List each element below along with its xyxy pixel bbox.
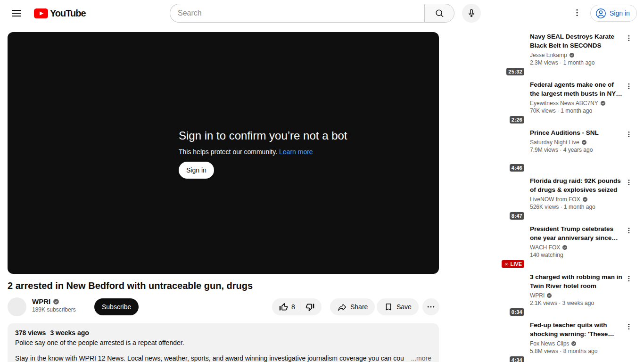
share-button[interactable]: Share <box>330 298 375 315</box>
dislike-button[interactable] <box>300 298 322 315</box>
search-icon <box>434 8 445 18</box>
video-thumbnail[interactable]: 25:32 <box>502 32 524 76</box>
video-thumbnail[interactable]: LIVE <box>502 224 524 269</box>
related-video-title[interactable]: Navy SEAL Destroys Karate Black Belt In … <box>530 32 624 50</box>
related-video-item[interactable]: 0:34 3 charged with robbing man in Twin … <box>502 272 633 317</box>
verified-badge-icon <box>569 52 575 58</box>
subscribe-button[interactable]: Subscribe <box>94 298 139 315</box>
video-thumbnail[interactable]: 8:47 <box>502 176 524 221</box>
video-kebab-button[interactable] <box>624 321 634 333</box>
video-thumbnail[interactable]: 0:34 <box>502 272 524 317</box>
live-antenna-icon <box>504 262 509 267</box>
related-videos-list: 25:32 Navy SEAL Destroys Karate Black Be… <box>502 32 633 362</box>
related-video-item[interactable]: 2:26 Federal agents make one of the larg… <box>502 80 633 124</box>
video-kebab-button[interactable] <box>624 273 634 285</box>
description-box[interactable]: 378 views 3 weeks ago Police say one of … <box>8 323 439 362</box>
video-kebab-button[interactable] <box>624 81 634 92</box>
channel-info[interactable]: WPRI 189K subscribers <box>32 297 76 313</box>
save-label: Save <box>396 303 412 311</box>
related-channel-name[interactable]: Jesse Enkamp <box>530 52 567 58</box>
related-channel-name[interactable]: Saturday Night Live <box>530 139 579 146</box>
verified-badge-icon <box>582 197 588 202</box>
related-channel-name[interactable]: Fox News Clips <box>530 340 569 347</box>
like-dislike-group: 8 <box>272 298 322 315</box>
sign-in-label: Sign in <box>610 9 630 17</box>
learn-more-link[interactable]: Learn more <box>279 148 313 156</box>
kebab-icon <box>625 322 633 331</box>
subscriber-count: 189K subscribers <box>32 306 76 313</box>
person-icon <box>595 8 606 19</box>
video-kebab-button[interactable] <box>624 177 634 189</box>
video-thumbnail[interactable]: 4:34 <box>502 321 524 362</box>
video-thumbnail[interactable]: 4:46 <box>502 128 524 173</box>
related-video-title[interactable]: Prince Auditions - SNL <box>530 128 624 137</box>
description-long-text: Stay in the know with WPRI 12 News. Loca… <box>15 354 404 362</box>
live-badge: LIVE <box>502 260 524 268</box>
player-sign-in-button[interactable]: Sign in <box>179 162 214 179</box>
save-button[interactable]: Save <box>377 298 419 315</box>
duration-badge: 2:26 <box>510 116 524 123</box>
related-video-item[interactable]: 4:46 Prince Auditions - SNL Saturday Nig… <box>502 128 633 173</box>
kebab-icon <box>572 8 582 18</box>
related-video-meta: 140 watching <box>530 252 624 258</box>
description-more-button[interactable]: ...more <box>411 354 431 362</box>
more-actions-button[interactable] <box>422 298 439 315</box>
related-video-meta: 2.1K views · 3 weeks ago <box>530 300 624 306</box>
verified-badge-icon <box>571 341 577 346</box>
sign-in-button[interactable]: Sign in <box>590 5 637 22</box>
share-icon <box>337 302 347 312</box>
channel-name[interactable]: WPRI <box>32 297 50 305</box>
search-input[interactable] <box>170 4 424 23</box>
bot-check-subtext: This helps protect our community. <box>179 148 277 156</box>
related-video-item[interactable]: 4:34 Fed-up teacher quits with shocking … <box>502 321 633 362</box>
share-label: Share <box>350 303 368 311</box>
video-thumbnail[interactable]: 2:26 <box>502 80 524 124</box>
related-video-item[interactable]: 8:47 Florida drug raid: 92K pounds of dr… <box>502 176 633 221</box>
related-video-title[interactable]: 3 charged with robbing man in Twin River… <box>530 272 624 290</box>
duration-badge: 4:34 <box>510 356 524 362</box>
video-kebab-button[interactable] <box>624 33 634 44</box>
youtube-wordmark: YouTube <box>50 8 86 19</box>
related-video-meta: 5.8M views · 8 months ago <box>530 348 624 354</box>
hamburger-menu-button[interactable] <box>10 8 23 19</box>
related-video-item[interactable]: 25:32 Navy SEAL Destroys Karate Black Be… <box>502 32 633 76</box>
related-video-meta: 526K views · 1 month ago <box>530 204 624 210</box>
hamburger-icon <box>11 8 22 19</box>
video-kebab-button[interactable] <box>624 129 634 140</box>
youtube-logo[interactable]: YouTube <box>34 8 86 19</box>
related-channel-name[interactable]: WPRI <box>530 292 545 299</box>
related-video-title[interactable]: Federal agents make one of the largest m… <box>530 80 624 98</box>
like-button[interactable]: 8 <box>272 298 300 315</box>
related-video-title[interactable]: Florida drug raid: 92K pounds of drugs &… <box>530 176 624 194</box>
related-channel-name[interactable]: LiveNOW from FOX <box>530 196 580 203</box>
related-video-title[interactable]: Fed-up teacher quits with shocking warni… <box>530 321 624 338</box>
duration-badge: 0:34 <box>510 308 524 316</box>
bookmark-icon <box>384 302 393 312</box>
video-player[interactable]: Sign in to confirm you’re not a bot This… <box>8 32 439 274</box>
related-video-item[interactable]: LIVE President Trump celebrates one year… <box>502 224 633 269</box>
video-kebab-button[interactable] <box>624 225 634 237</box>
thumb-down-icon <box>305 302 315 312</box>
verified-badge-icon <box>562 245 568 250</box>
duration-badge: 25:32 <box>506 68 524 75</box>
verified-badge-icon <box>600 100 606 106</box>
voice-search-button[interactable] <box>462 4 481 23</box>
settings-kebab-button[interactable] <box>571 8 583 19</box>
related-video-meta: 2.3M views · 1 month ago <box>530 59 624 66</box>
kebab-icon <box>625 130 633 139</box>
channel-avatar[interactable] <box>8 297 26 316</box>
duration-badge: 8:47 <box>510 212 524 220</box>
verified-badge-icon <box>546 293 552 298</box>
youtube-play-icon <box>34 8 48 18</box>
verified-badge-icon <box>581 140 587 145</box>
search-button[interactable] <box>424 4 454 23</box>
microphone-icon <box>467 8 476 18</box>
duration-badge: 4:46 <box>510 164 524 172</box>
like-count: 8 <box>291 303 295 311</box>
verified-badge-icon <box>53 298 59 305</box>
thumb-up-icon <box>279 302 289 312</box>
related-channel-name[interactable]: WACH FOX <box>530 244 560 251</box>
related-channel-name[interactable]: Eyewitness News ABC7NY <box>530 100 598 107</box>
related-video-title[interactable]: President Trump celebrates one year anni… <box>530 224 624 242</box>
top-app-bar: YouTube Sign in <box>0 0 644 26</box>
